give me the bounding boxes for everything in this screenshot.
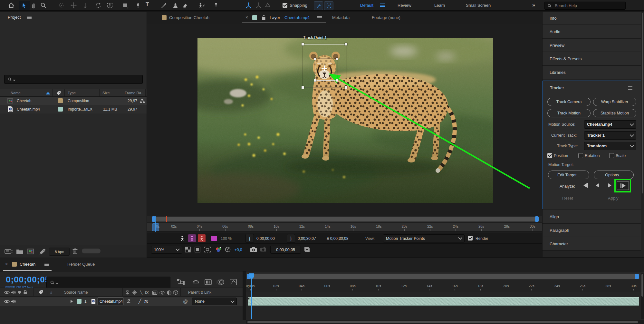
project-row-cheetah-mp4[interactable]: Cheetah.mp4 Importe...MEX 11,1 MB 29,97 [0,105,147,113]
orbit-camera-tool-icon[interactable] [58,2,65,9]
work-area-end-handle[interactable] [535,216,539,222]
layer-label-swatch[interactable] [77,299,82,304]
snap-to-features-icon[interactable] [314,1,323,10]
timeline-work-area-bar[interactable] [246,273,640,280]
unlock-icon[interactable] [262,15,266,20]
pen-tool-icon[interactable] [135,2,141,9]
transparency-grid-icon[interactable] [185,246,191,253]
safe-margins-icon[interactable] [204,246,211,253]
tab-metadata[interactable]: Metadata [332,15,350,20]
layer-quality-toggle[interactable]: ╱ [139,299,141,304]
column-type[interactable]: Type [68,91,76,95]
viewer-time-ruler[interactable]: 0s 02s04s06s08s10s12s14s16s18s20s22s24s2… [147,222,542,231]
in-point-bracket-icon[interactable]: { [245,234,254,243]
motion-source-dropdown[interactable]: Cheetah.mp4 [584,120,636,129]
track-point-handle[interactable] [302,86,304,89]
layer-source-name-box[interactable]: Cheetah.mp4 [98,298,123,305]
layer-fx-toggle[interactable]: fx [144,299,148,304]
timeline-vertical-scrollbar[interactable] [641,273,644,319]
options-button[interactable]: Options... [594,171,634,179]
view-dropdown[interactable]: Motion Tracker Points [383,234,465,242]
sidebar-panel-header[interactable]: Info [543,12,641,25]
fast-previews-icon[interactable] [303,246,311,253]
type-tool-icon[interactable]: T [146,1,149,8]
track-point-handle[interactable] [314,79,316,82]
sidebar-panel-header[interactable]: Align [543,210,641,224]
reset-button[interactable]: Reset [562,196,573,201]
tab-composition[interactable]: Composition Cheetah [169,15,209,20]
layer-tab-menu-icon[interactable] [317,16,322,17]
new-folder-icon[interactable] [16,249,23,254]
render-engine-icon[interactable] [39,248,46,255]
bit-depth-button[interactable]: 8 bpc [49,248,70,256]
opacity-value[interactable]: 100 % [221,236,232,241]
magenta-color-swatch[interactable] [211,236,217,241]
layer-tab-close-icon[interactable]: × [245,15,248,20]
work-area-end-handle[interactable] [635,274,639,279]
graph-editor-icon[interactable] [229,279,237,286]
solo-icon[interactable] [18,291,21,294]
scale-checkbox[interactable] [609,153,614,158]
track-point-handle[interactable] [314,58,316,60]
new-composition-icon[interactable] [27,248,34,255]
out-point-bracket-icon[interactable]: } [287,234,295,243]
magnification-dropdown[interactable]: 100% [151,246,182,254]
timeline-search-input[interactable] [46,277,170,288]
sidebar-panel-header[interactable]: Preview [543,39,641,52]
clone-stamp-tool-icon[interactable] [172,2,179,9]
label-color-swatch[interactable] [58,107,63,112]
sidebar-scrollbar[interactable] [642,13,643,193]
label-column-tag-icon[interactable] [56,91,61,96]
selection-tool-icon[interactable] [19,1,30,10]
rectangle-tool-icon[interactable] [122,2,129,9]
warp-stabilizer-button[interactable]: Warp Stabilizer [593,98,636,106]
brush-tool-icon[interactable] [160,2,167,9]
current-timecode[interactable]: 0;00;00;05 [6,275,50,285]
zoom-tool-icon[interactable] [40,2,47,9]
audio-speaker-icon[interactable] [11,290,16,295]
viewer-playhead-marker[interactable] [152,223,159,231]
delete-trash-icon[interactable] [72,248,78,254]
interpret-footage-icon[interactable] [5,248,13,255]
show-channel-normal-icon[interactable] [178,234,186,242]
analyze-backward-frame-button[interactable] [583,183,588,188]
sidebar-panel-header[interactable]: Character [543,237,641,251]
stabilize-motion-button[interactable]: Stabilize Motion [593,109,636,117]
puppet-pin-tool-icon[interactable] [213,2,219,9]
timeline-horizontal-scrollbar[interactable] [246,320,644,324]
column-name[interactable]: Name [11,91,21,95]
sidebar-panel-header[interactable]: Effects & Presets [543,52,641,66]
workspace-small-screen[interactable]: Small Screen [466,3,491,8]
tracker-panel-menu-icon[interactable] [628,86,632,87]
track-point-handle[interactable] [336,79,338,82]
workspace-review[interactable]: Review [398,3,411,8]
sidebar-panel-header[interactable]: Libraries [543,66,641,79]
track-point-handle[interactable] [302,43,304,45]
composition-mini-flowchart-icon[interactable] [177,279,185,286]
project-panel-menu-icon[interactable] [27,16,32,16]
switches-anchor-icon[interactable] [126,299,131,304]
camera-track-tool-icon[interactable] [106,2,113,9]
workspace-overflow-icon[interactable]: » [532,2,535,8]
audio-speaker-icon[interactable] [11,299,16,304]
position-checkbox[interactable] [547,153,552,158]
project-column-headers[interactable]: Name Type Size Frame Ra.. [0,89,147,97]
parent-pickwhip-icon[interactable]: @ [183,299,188,304]
sidebar-panel-header[interactable]: Audio [543,25,641,39]
label-column-tag-icon[interactable] [38,290,43,295]
tab-footage[interactable]: Footage (none) [372,15,400,20]
track-type-dropdown[interactable]: Transform [584,142,636,150]
show-channel-magenta-icon[interactable] [188,234,196,242]
exposure-value[interactable]: +0,0 [235,248,242,252]
column-source-name[interactable]: Source Name [64,290,88,295]
track-point-handle[interactable] [345,86,347,89]
lock-icon[interactable] [23,290,27,295]
render-checkbox[interactable] [468,236,473,241]
home-icon[interactable] [8,2,15,9]
layer-expand-arrow[interactable] [71,300,73,303]
column-size[interactable]: Size [102,91,110,95]
exposure-icon[interactable] [225,246,231,253]
local-axis-mode-icon[interactable] [245,2,252,9]
pan-camera-tool-icon[interactable] [70,2,77,9]
workspace-default[interactable]: Default [360,3,373,8]
